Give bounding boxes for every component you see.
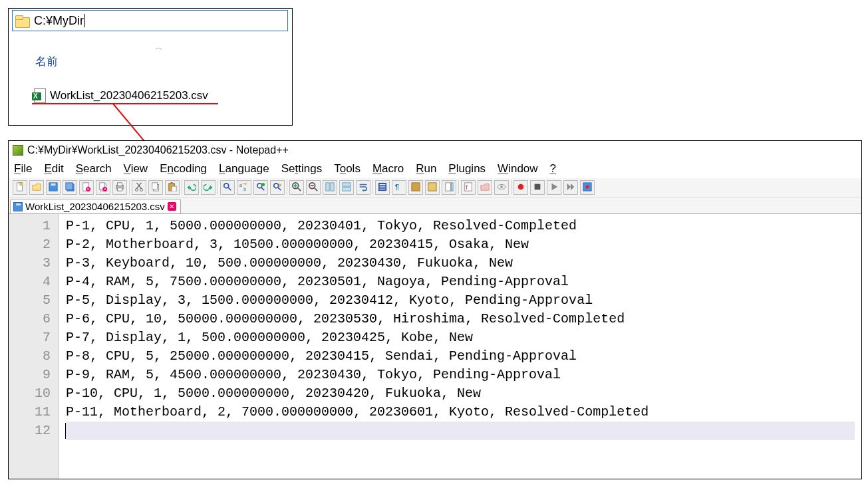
svg-point-25	[257, 183, 262, 187]
redo-button[interactable]	[201, 180, 216, 195]
folder-icon	[480, 182, 490, 193]
svg-point-43	[500, 185, 503, 188]
line-number: 1	[9, 217, 51, 235]
sync-h-icon	[342, 182, 351, 193]
copy-button[interactable]	[148, 180, 163, 195]
unfold-icon	[428, 182, 437, 193]
menu-window[interactable]: Window	[498, 162, 537, 176]
tab-close-icon[interactable]: ✕	[168, 202, 176, 211]
line-number: 4	[9, 273, 51, 291]
copy-icon	[151, 182, 160, 193]
menu-plugins[interactable]: Plugins	[448, 162, 486, 176]
record-button[interactable]	[513, 180, 528, 195]
menu-file[interactable]: File	[14, 162, 32, 176]
toolbar-separator	[372, 180, 373, 195]
code-line[interactable]: P-7, Display, 1, 500.000000000, 20230425…	[66, 328, 855, 347]
paste-button[interactable]	[165, 180, 180, 195]
find-button[interactable]	[220, 180, 235, 195]
title-text: C:¥MyDir¥WorkList_20230406215203.csv - N…	[27, 144, 289, 156]
save-button[interactable]	[46, 180, 61, 195]
svg-rect-6	[66, 182, 73, 189]
find-next-button[interactable]	[270, 180, 285, 195]
code-line[interactable]: P-3, Keyboard, 10, 500.000000000, 202304…	[66, 254, 855, 273]
open-icon	[32, 182, 41, 193]
code-line[interactable]: P-11, Motherboard, 2, 7000.000000000, 20…	[66, 403, 855, 422]
undo-icon	[187, 182, 196, 193]
title-bar[interactable]: C:¥MyDir¥WorkList_20230406215203.csv - N…	[9, 141, 861, 160]
zoom-out-button[interactable]	[306, 180, 321, 195]
tab-worklist[interactable]: WorkList_20230406215203.csv ✕	[10, 199, 181, 213]
svg-rect-13	[118, 182, 122, 185]
tab-saved-icon	[13, 202, 23, 211]
find-replace-button[interactable]: ab	[237, 180, 251, 195]
indent-guide-icon	[378, 182, 387, 193]
code-line[interactable]: P-8, CPU, 5, 25000.000000000, 20230415, …	[66, 347, 855, 366]
explorer-panel: C:¥MyDir ︿ 名前 WorkList_20230406215203.cs…	[8, 8, 293, 126]
path-text: C:¥MyDir	[34, 14, 84, 28]
sync-v-button[interactable]	[323, 180, 337, 195]
toolbar-separator	[287, 180, 287, 195]
close-button[interactable]	[79, 180, 94, 195]
code-line[interactable]: P-9, RAM, 5, 4500.000000000, 20230430, T…	[66, 366, 855, 384]
save-macro-button[interactable]	[580, 180, 595, 195]
menu-help[interactable]: ?	[550, 162, 556, 176]
code-line[interactable]: P-5, Display, 3, 1500.000000000, 2023041…	[66, 291, 855, 310]
all-chars-button[interactable]: ¶	[392, 180, 406, 195]
eye-button[interactable]	[494, 180, 509, 195]
column-header-name[interactable]: 名前	[35, 54, 58, 69]
stop-button[interactable]	[530, 180, 545, 195]
find-in-files-button[interactable]	[253, 180, 268, 195]
play-button[interactable]	[547, 180, 561, 195]
save-all-button[interactable]	[63, 180, 77, 195]
folder-button[interactable]	[478, 180, 492, 195]
code-line[interactable]: P-4, RAM, 5, 7500.000000000, 20230501, N…	[66, 273, 855, 291]
code-line[interactable]: P-2, Motherboard, 3, 10500.000000000, 20…	[66, 235, 855, 254]
menu-language[interactable]: Language	[219, 162, 269, 176]
stop-icon	[533, 182, 542, 193]
line-number: 8	[9, 347, 51, 366]
svg-rect-37	[428, 182, 436, 190]
svg-rect-4	[51, 183, 56, 185]
menu-tools[interactable]: Tools	[334, 162, 361, 176]
path-input[interactable]: C:¥MyDir	[12, 10, 288, 31]
menu-bar: File Edit Search View Encoding Language …	[9, 160, 861, 178]
unfold-button[interactable]	[425, 180, 440, 195]
open-button[interactable]	[29, 180, 44, 195]
indent-guide-button[interactable]	[375, 180, 390, 195]
print-icon	[115, 182, 124, 193]
code-line[interactable]: P-6, CPU, 10, 50000.000000000, 20230530,…	[66, 310, 855, 328]
zoom-in-button[interactable]	[289, 180, 304, 195]
print-button[interactable]	[112, 180, 127, 195]
play-multi-button[interactable]	[563, 180, 578, 195]
new-button[interactable]	[13, 180, 27, 195]
file-row[interactable]: WorkList_20230406215203.csv	[34, 88, 208, 103]
cut-button[interactable]	[132, 180, 146, 195]
wrap-button[interactable]	[356, 180, 370, 195]
menu-macro[interactable]: Macro	[372, 162, 404, 176]
code-area[interactable]: P-1, CPU, 1, 5000.000000000, 20230401, T…	[59, 214, 861, 479]
column-header-label: 名前	[35, 54, 58, 69]
menu-search[interactable]: Search	[76, 162, 112, 176]
doc-map-icon	[444, 182, 454, 193]
toolbar-separator	[129, 180, 130, 195]
menu-view[interactable]: View	[124, 162, 148, 176]
menu-run[interactable]: Run	[416, 162, 436, 176]
menu-encoding[interactable]: Encoding	[160, 162, 207, 176]
code-line[interactable]: P-10, CPU, 1, 5000.000000000, 20230420, …	[66, 384, 855, 403]
code-line[interactable]	[66, 422, 855, 440]
function-list-button[interactable]: f	[461, 180, 476, 195]
svg-rect-31	[331, 182, 334, 190]
menu-edit[interactable]: Edit	[44, 162, 63, 176]
doc-map-button[interactable]	[442, 180, 456, 195]
line-number: 7	[9, 328, 51, 347]
code-line[interactable]: P-1, CPU, 1, 5000.000000000, 20230401, T…	[66, 217, 855, 235]
close-all-button[interactable]	[96, 180, 110, 195]
menu-settings[interactable]: Settings	[281, 162, 322, 176]
undo-button[interactable]	[184, 180, 199, 195]
document-tabs: WorkList_20230406215203.csv ✕	[9, 197, 861, 213]
editor: 123456789101112 P-1, CPU, 1, 5000.000000…	[9, 213, 861, 479]
sync-h-button[interactable]	[339, 180, 354, 195]
find-replace-icon: ab	[239, 182, 249, 193]
find-icon	[223, 182, 232, 193]
fold-button[interactable]	[408, 180, 423, 195]
